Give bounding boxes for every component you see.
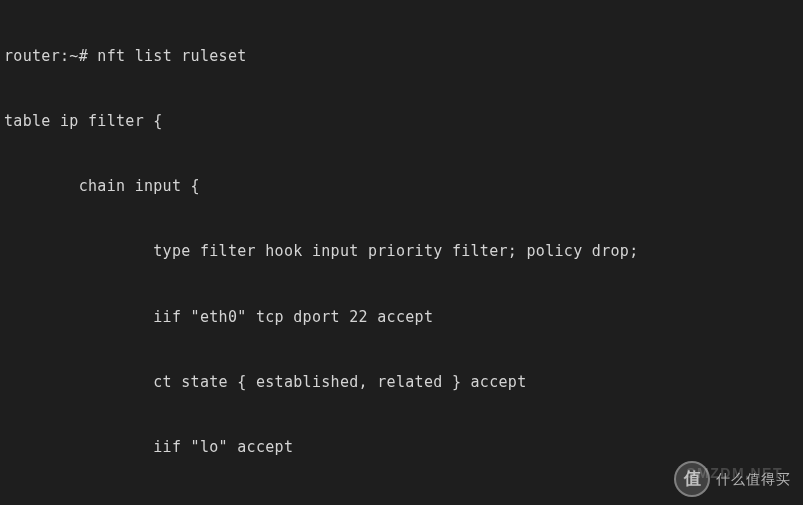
command-text: nft list ruleset xyxy=(97,47,246,65)
output-line: type filter hook input priority filter; … xyxy=(4,241,799,263)
terminal-output[interactable]: router:~# nft list ruleset table ip filt… xyxy=(4,2,799,505)
output-line: chain input { xyxy=(4,176,799,198)
output-line: iif "lo" accept xyxy=(4,437,799,459)
output-line: table ip filter { xyxy=(4,111,799,133)
output-line: iif "eth0" tcp dport 22 accept xyxy=(4,307,799,329)
output-line: ct state { established, related } accept xyxy=(4,372,799,394)
shell-prompt: router:~# xyxy=(4,47,97,65)
watermark-text: 什么值得买 xyxy=(716,469,791,489)
watermark: 值 什么值得买 xyxy=(674,461,791,497)
watermark-logo-icon: 值 xyxy=(674,461,710,497)
